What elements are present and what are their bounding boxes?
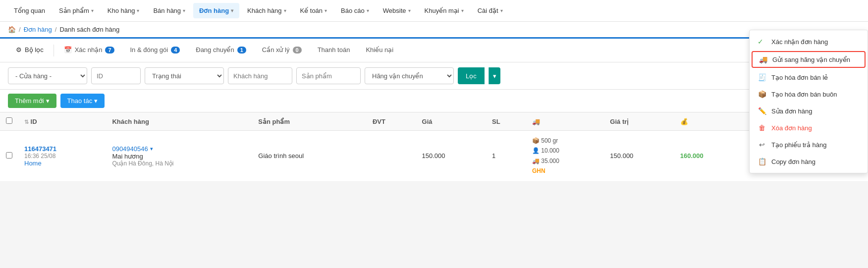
delivery-header: 🚚 — [526, 112, 604, 131]
search-filter-row: - Cửa hàng - Trạng thái Hãng vận chuyển … — [0, 62, 868, 90]
chevron-down-icon: ▾ — [325, 8, 327, 13]
order-datetime: 16:36 25/08 — [24, 153, 100, 160]
gia-header: Giá — [416, 112, 486, 131]
value2-cell: 160.000 — [674, 131, 744, 182]
chevron-down-icon: ▾ — [183, 8, 185, 13]
gia-cell: 150.000 — [416, 131, 486, 182]
carrier-label: GHN — [532, 166, 598, 176]
chevron-down-icon: ▾ — [500, 8, 503, 13]
ship-fee-info: 🚚 35.000 — [532, 156, 598, 166]
nav-kho-hang[interactable]: Kho hàng ▾ — [102, 3, 146, 18]
chevron-down-icon: ▾ — [461, 8, 464, 13]
chevron-down-icon: ▾ — [408, 8, 411, 13]
nav-khach-hang[interactable]: Khách hàng ▾ — [241, 3, 292, 18]
tab-can-xu-ly[interactable]: Cần xử lý 0 — [254, 39, 310, 62]
status-select[interactable]: Trạng thái — [145, 67, 224, 84]
nav-cai-dat[interactable]: Cài đặt ▾ — [472, 3, 509, 18]
row-checkbox[interactable] — [6, 152, 12, 159]
filter-icon: ⚙ — [16, 46, 22, 54]
table-row: 116473471 16:36 25/08 Home 0904940546 ▾ … — [0, 131, 868, 182]
tab-khieu-nai[interactable]: Khiếu nại — [358, 39, 401, 62]
them-moi-button[interactable]: Thêm mới ▾ — [8, 94, 56, 108]
menu-gui-sang-hang[interactable]: 🚚 Gửi sang hãng vận chuyển — [752, 51, 866, 68]
select-all-header — [0, 112, 18, 131]
sl-cell: 1 — [486, 131, 526, 182]
menu-copy-don-hang[interactable]: 📋 Copy đơn hàng — [750, 153, 868, 170]
nav-bao-cao[interactable]: Báo cáo ▾ — [335, 3, 375, 18]
calendar-icon: 📅 — [64, 46, 72, 54]
top-navigation: Tổng quan Sản phẩm ▾ Kho hàng ▾ Bán hàng… — [0, 0, 868, 22]
tab-in-dong-goi[interactable]: In & đóng gói 4 — [122, 39, 188, 62]
dvt-header: ĐVT — [367, 112, 416, 131]
tab-thanh-toan[interactable]: Thanh toán — [310, 39, 358, 62]
copy-icon: 📋 — [758, 158, 766, 165]
delivery-info: 📦 500 gr 👤 10.000 🚚 35.000 GHN — [532, 136, 598, 176]
gia-tri-value: 150.000 — [610, 152, 633, 160]
nav-ke-toan[interactable]: Kế toán ▾ — [294, 3, 333, 18]
fee-cod-info: 👤 10.000 — [532, 146, 598, 156]
chevron-down-icon: ▾ — [231, 8, 233, 13]
order-id-cell: 116473471 16:36 25/08 Home — [18, 131, 106, 182]
tab-bo-loc[interactable]: ⚙ Bộ lọc — [8, 39, 52, 62]
customer-input[interactable] — [228, 67, 292, 84]
product-input[interactable] — [296, 67, 361, 84]
nav-website[interactable]: Website ▾ — [377, 3, 417, 18]
edit-icon: ✏️ — [758, 107, 766, 115]
customer-phone[interactable]: 0904940546 — [112, 145, 148, 153]
order-id[interactable]: 116473471 — [24, 145, 100, 153]
tab-xac-nhan[interactable]: 📅 Xác nhận 7 — [56, 39, 122, 62]
select-all-checkbox[interactable] — [6, 117, 12, 124]
filter-dropdown-button[interactable]: ▾ — [488, 67, 500, 84]
nav-don-hang[interactable]: Đơn hàng ▾ — [193, 3, 239, 18]
nav-khuyen-mai[interactable]: Khuyến mại ▾ — [419, 3, 470, 18]
customer-header: Khách hàng — [106, 112, 252, 131]
gia-tri-cell: 150.000 — [604, 131, 674, 182]
phone-dropdown-icon[interactable]: ▾ — [150, 146, 153, 152]
menu-xac-nhan[interactable]: ✓ Xác nhận đơn hàng — [750, 33, 868, 50]
menu-sua-don-hang[interactable]: ✏️ Sửa đơn hàng — [750, 103, 868, 119]
id-header[interactable]: ⇅ ID — [18, 112, 106, 131]
receipt-icon: 🧾 — [758, 73, 766, 81]
breadcrumb-don-hang[interactable]: Đơn hàng — [24, 26, 52, 33]
gia-value: 150.000 — [422, 152, 445, 160]
check-icon: ✓ — [758, 38, 766, 46]
divider — [54, 45, 54, 56]
home-icon[interactable]: 🏠 — [8, 26, 16, 33]
tab-dang-chuyen[interactable]: Đang chuyển 1 — [188, 39, 254, 62]
carrier-select[interactable]: Hãng vận chuyển — [365, 67, 454, 84]
product-header: Sản phẩm — [252, 112, 367, 131]
customer-cell: 0904940546 ▾ Mai hương Quận Hà Đông, Hà … — [106, 131, 252, 182]
breadcrumb-current: Danh sách đơn hàng — [59, 26, 119, 33]
thao-tac-button[interactable]: Thao tác ▾ — [60, 94, 105, 108]
value2-value: 160.000 — [680, 152, 704, 160]
gia-tri-header: Giá trị — [604, 112, 674, 131]
store-select[interactable]: - Cửa hàng - — [8, 67, 87, 84]
filter-button[interactable]: Lọc — [458, 67, 485, 84]
menu-xoa-don-hang[interactable]: 🗑 Xóa đơn hàng — [750, 119, 868, 136]
sl-value: 1 — [492, 152, 495, 160]
sort-icon: ⇅ — [24, 119, 29, 125]
menu-tao-hoa-don-ban-buon[interactable]: 📦 Tạo hóa đơn bán buôn — [750, 86, 868, 103]
nav-tong-quan[interactable]: Tổng quan — [8, 3, 51, 18]
order-tag[interactable]: Home — [24, 160, 100, 167]
menu-tao-hoa-don-ban-le[interactable]: 🧾 Tạo hóa đơn bán lẻ — [750, 69, 868, 86]
id-input[interactable] — [91, 67, 141, 84]
action-row: Thêm mới ▾ Thao tác ▾ — [0, 90, 868, 112]
chevron-down-icon: ▾ — [94, 97, 98, 105]
sl-header: SL — [486, 112, 526, 131]
chevron-down-icon: ▾ — [137, 8, 139, 13]
dvt-cell — [367, 131, 416, 182]
nav-ban-hang[interactable]: Bán hàng ▾ — [147, 3, 191, 18]
payment-header: 💰 — [674, 112, 744, 131]
chevron-down-icon: ▾ — [367, 8, 369, 13]
filter-tabs: ⚙ Bộ lọc 📅 Xác nhận 7 In & đóng gói 4 Đa… — [0, 39, 868, 62]
nav-san-pham[interactable]: Sản phẩm ▾ — [53, 3, 100, 18]
row-checkbox-cell — [0, 131, 18, 182]
context-dropdown-menu: ✓ Xác nhận đơn hàng 🚚 Gửi sang hãng vận … — [749, 30, 868, 173]
weight-info: 📦 500 gr — [532, 136, 598, 146]
delete-icon: 🗑 — [758, 124, 766, 132]
chevron-down-icon: ▾ — [91, 8, 94, 13]
menu-tao-phieu-tra-hang[interactable]: ↩ Tạo phiếu trả hàng — [750, 136, 868, 153]
delivery-cell: 📦 500 gr 👤 10.000 🚚 35.000 GHN — [526, 131, 604, 182]
product-name: Giáo trình seoul — [258, 152, 304, 160]
